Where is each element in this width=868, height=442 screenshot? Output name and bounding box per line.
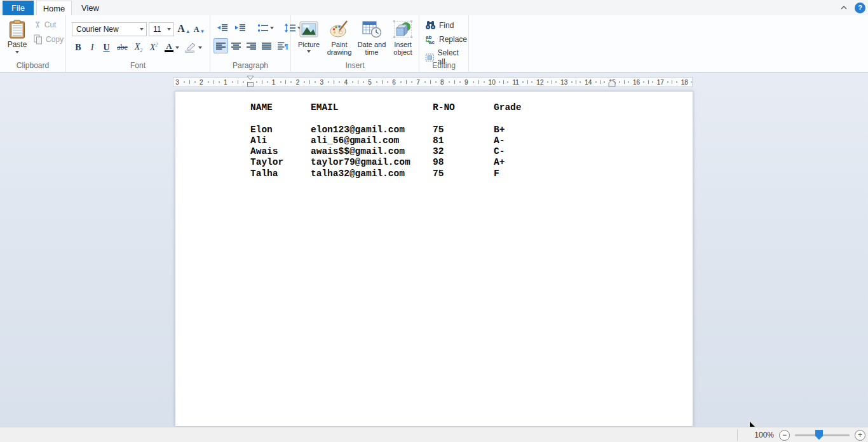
editing-group-title: Editing (419, 61, 468, 70)
ruler-tick (376, 81, 377, 83)
zoom-in-button[interactable]: + (855, 430, 865, 441)
table-cell: taylor79@gmail.com (311, 157, 433, 168)
indent-marker[interactable] (247, 76, 254, 87)
list-button[interactable] (255, 20, 276, 36)
font-color-button[interactable]: A (161, 40, 182, 55)
ruler-number: 5 (368, 79, 372, 86)
subscript-button[interactable]: X2 (131, 40, 146, 55)
ruler-tick (691, 81, 693, 83)
ruler-unit: 5 (366, 78, 390, 86)
shrink-font-button[interactable]: A ▼ (192, 22, 207, 36)
ruler-tick (595, 81, 597, 83)
table-cell: NAME (250, 102, 311, 113)
ruler-tick (580, 81, 581, 83)
table-cell: Talha (250, 169, 311, 179)
table-cell: elon123@gamil.com (311, 125, 433, 135)
ruler-tick (667, 81, 668, 83)
superscript-button[interactable]: X2 (146, 40, 161, 55)
table-cell: awais$$@gmail.com (311, 146, 433, 157)
tab-file[interactable]: File (3, 1, 34, 15)
ruler-unit: 11 (510, 78, 534, 86)
ruler-unit: 8 (438, 78, 463, 86)
ruler-unit: 12 (534, 78, 559, 86)
ruler-number: 2 (295, 79, 299, 86)
underline-button[interactable]: U (99, 40, 114, 55)
bold-button[interactable]: B (71, 40, 85, 55)
zoom-out-button[interactable]: − (779, 430, 790, 441)
table-cell: Grade (494, 102, 532, 113)
tab-home[interactable]: Home (36, 1, 72, 15)
ruler-number: 3 (175, 79, 179, 86)
paragraph-group-title: Paragraph (210, 61, 290, 70)
ruler-unit: 1 (222, 78, 246, 86)
highlight-color-button[interactable] (182, 40, 203, 55)
ruler-tick (571, 81, 573, 83)
justify-button[interactable] (259, 38, 274, 53)
paste-label: Paste (8, 40, 27, 49)
font-family-combobox[interactable]: Courier New (72, 22, 147, 36)
minimize-ribbon-button[interactable] (838, 2, 850, 13)
shrink-font-icon: A (194, 25, 200, 34)
ruler-tick (304, 81, 305, 83)
ruler-tick (328, 81, 329, 83)
align-left-button[interactable] (214, 38, 228, 53)
find-button[interactable]: Find (423, 19, 456, 31)
ruler-number: 14 (585, 79, 592, 86)
justify-icon (262, 42, 271, 50)
increase-indent-icon (234, 24, 246, 32)
binoculars-icon (425, 20, 436, 30)
ruler-tick (499, 81, 500, 83)
paragraph-dialog-button[interactable]: ¶ (275, 38, 291, 53)
document-page[interactable]: NAMEEMAILR-NOGradeElonelon123@gamil.com7… (175, 91, 693, 427)
question-mark-icon: ? (858, 4, 862, 11)
ruler-tick (648, 80, 649, 84)
table-cell: C- (494, 146, 532, 157)
cut-button[interactable]: ✂ Cut (34, 20, 56, 29)
ruler-unit: 10 (487, 78, 511, 86)
align-center-button[interactable] (229, 38, 243, 53)
table-cell: A- (494, 135, 532, 146)
tab-view[interactable]: View (74, 1, 106, 15)
ruler-tick (473, 81, 474, 83)
right-indent-marker[interactable] (608, 79, 616, 87)
picture-dropdown-arrow (307, 50, 311, 53)
ruler-tick (424, 81, 426, 83)
ruler-unit: 1 (270, 78, 294, 86)
superscript-icon: X2 (150, 42, 158, 53)
grow-font-icon: A (177, 23, 185, 34)
font-size-combobox[interactable]: 11 (149, 22, 174, 36)
blank-line (250, 113, 532, 124)
ruler-tick (628, 81, 629, 83)
grow-font-button[interactable]: A ▲ (177, 22, 191, 36)
table-cell: F (494, 169, 532, 179)
decrease-indent-button[interactable] (214, 20, 231, 36)
strikethrough-icon: abe (117, 43, 128, 52)
ruler-number: 7 (416, 79, 420, 86)
help-button[interactable]: ? (855, 3, 865, 13)
table-cell: 75 (433, 169, 494, 179)
ruler-tick (290, 81, 292, 83)
ruler-unit: 13 (559, 78, 583, 86)
ruler-tick (624, 80, 625, 84)
table-row: Awaisawais$$@gmail.com32C- (250, 146, 532, 157)
ruler-tick (189, 80, 190, 84)
chevron-down-icon (175, 46, 179, 49)
italic-button[interactable]: I (85, 40, 99, 55)
table-cell: 98 (433, 157, 494, 168)
zoom-slider[interactable] (795, 434, 850, 436)
ruler-tick (339, 81, 340, 83)
zoom-slider-thumb[interactable] (815, 430, 823, 440)
ruler-unit: 18 (679, 78, 693, 86)
clipboard-icon (9, 20, 25, 39)
increase-indent-button[interactable] (232, 20, 248, 36)
table-cell: Ali (250, 135, 311, 146)
align-right-button[interactable] (244, 38, 259, 53)
group-paragraph: ¶ Paragraph (210, 15, 291, 72)
paste-button[interactable]: Paste (4, 18, 31, 61)
ruler-unit: 2 (198, 78, 222, 86)
strikethrough-button[interactable]: abe (114, 40, 131, 55)
group-clipboard: Paste ✂ Cut Copy Clipboard (0, 15, 66, 72)
copy-button[interactable]: Copy (34, 34, 64, 45)
replace-button[interactable]: ab ac Replace (423, 33, 470, 45)
ruler-tick (219, 81, 220, 83)
